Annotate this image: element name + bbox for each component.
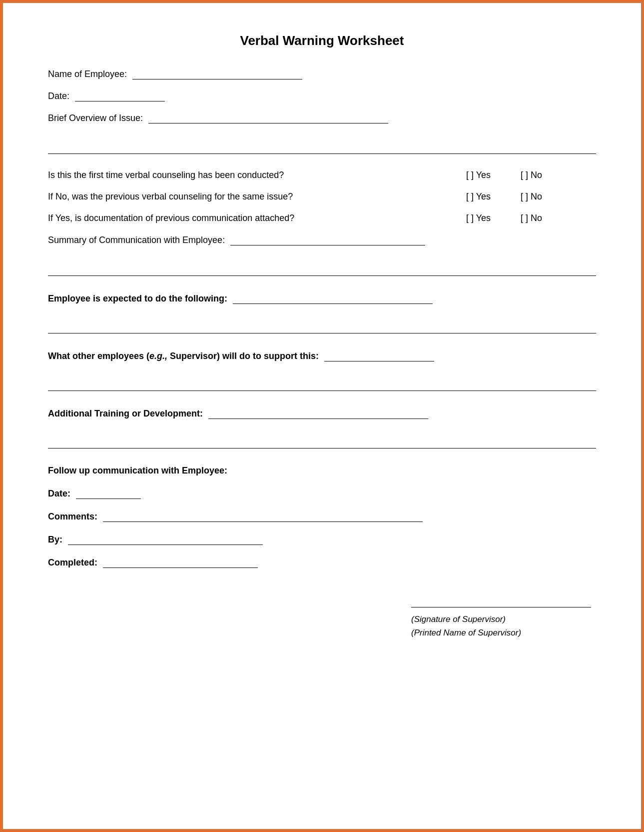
yn-yes-2[interactable]: [ ] Yes bbox=[466, 192, 491, 202]
yn-row-3: If Yes, is documentation of previous com… bbox=[48, 213, 596, 224]
yn-no-1[interactable]: [ ] No bbox=[521, 170, 542, 180]
additional-training-line[interactable] bbox=[208, 408, 428, 419]
document: Verbal Warning Worksheet Name of Employe… bbox=[3, 3, 641, 670]
yn-row-1: Is this the first time verbal counseling… bbox=[48, 170, 596, 180]
signature-text: (Signature of Supervisor) (Printed Name … bbox=[411, 612, 591, 640]
employee-expected-label: Employee is expected to do the following… bbox=[48, 294, 227, 304]
by-row: By: bbox=[48, 534, 596, 545]
yn-no-3[interactable]: [ ] No bbox=[521, 213, 542, 224]
document-title: Verbal Warning Worksheet bbox=[48, 33, 596, 48]
divider-5 bbox=[48, 448, 596, 448]
divider-3 bbox=[48, 333, 596, 334]
signature-area: (Signature of Supervisor) (Printed Name … bbox=[48, 598, 596, 640]
summary-label: Summary of Communication with Employee: bbox=[48, 235, 225, 245]
followup-title-row: Follow up communication with Employee: bbox=[48, 466, 596, 476]
yn-options-2: [ ] Yes [ ] No bbox=[466, 192, 596, 202]
yn-yes-1[interactable]: [ ] Yes bbox=[466, 170, 491, 180]
employee-name-row: Name of Employee: bbox=[48, 68, 596, 80]
followup-date-row: Date: bbox=[48, 488, 596, 499]
employee-name-line[interactable] bbox=[132, 68, 302, 80]
yn-no-2[interactable]: [ ] No bbox=[521, 192, 542, 202]
additional-training-label: Additional Training or Development: bbox=[48, 408, 203, 418]
other-employees-label-1: What other employees ( bbox=[48, 351, 149, 361]
summary-row: Summary of Communication with Employee: bbox=[48, 234, 596, 246]
divider-2 bbox=[48, 276, 596, 276]
other-employees-eg: e.g., bbox=[149, 351, 167, 361]
employee-expected-row: Employee is expected to do the following… bbox=[48, 293, 596, 304]
yn-options-3: [ ] Yes [ ] No bbox=[466, 213, 596, 224]
date-row: Date: bbox=[48, 90, 596, 102]
additional-training-row: Additional Training or Development: bbox=[48, 408, 596, 419]
date-label: Date: bbox=[48, 91, 69, 101]
followup-date-line[interactable] bbox=[76, 488, 141, 499]
other-employees-line[interactable] bbox=[324, 350, 434, 362]
yn-question-1: Is this the first time verbal counseling… bbox=[48, 170, 466, 180]
completed-label: Completed: bbox=[48, 558, 97, 568]
other-employees-label-2: Supervisor) will do to support this: bbox=[167, 351, 319, 361]
signature-line2: (Printed Name of Supervisor) bbox=[411, 626, 591, 640]
followup-title: Follow up communication with Employee: bbox=[48, 466, 227, 476]
page-container: Verbal Warning Worksheet Name of Employe… bbox=[0, 0, 644, 832]
comments-line[interactable] bbox=[103, 511, 423, 522]
completed-row: Completed: bbox=[48, 557, 596, 568]
yn-yes-3[interactable]: [ ] Yes bbox=[466, 213, 491, 224]
employee-expected-line[interactable] bbox=[233, 293, 433, 304]
yn-options-1: [ ] Yes [ ] No bbox=[466, 170, 596, 180]
completed-line[interactable] bbox=[103, 557, 258, 568]
yn-question-3: If Yes, is documentation of previous com… bbox=[48, 213, 466, 224]
by-label: By: bbox=[48, 534, 62, 544]
summary-line[interactable] bbox=[230, 234, 425, 246]
employee-name-label: Name of Employee: bbox=[48, 69, 127, 79]
signature-line bbox=[411, 598, 591, 608]
signature-line1: (Signature of Supervisor) bbox=[411, 612, 591, 626]
yn-row-2: If No, was the previous verbal counselin… bbox=[48, 192, 596, 202]
followup-date-label: Date: bbox=[48, 488, 70, 498]
other-employees-row: What other employees (e.g., Supervisor) … bbox=[48, 350, 596, 362]
by-line[interactable] bbox=[68, 534, 263, 545]
comments-label: Comments: bbox=[48, 512, 97, 522]
brief-overview-line[interactable] bbox=[148, 112, 388, 124]
brief-overview-label: Brief Overview of Issue: bbox=[48, 113, 143, 123]
divider-4 bbox=[48, 390, 596, 391]
date-line[interactable] bbox=[75, 90, 165, 102]
divider-1 bbox=[48, 154, 596, 154]
brief-overview-row: Brief Overview of Issue: bbox=[48, 112, 596, 124]
yn-question-2: If No, was the previous verbal counselin… bbox=[48, 192, 466, 202]
comments-row: Comments: bbox=[48, 511, 596, 522]
